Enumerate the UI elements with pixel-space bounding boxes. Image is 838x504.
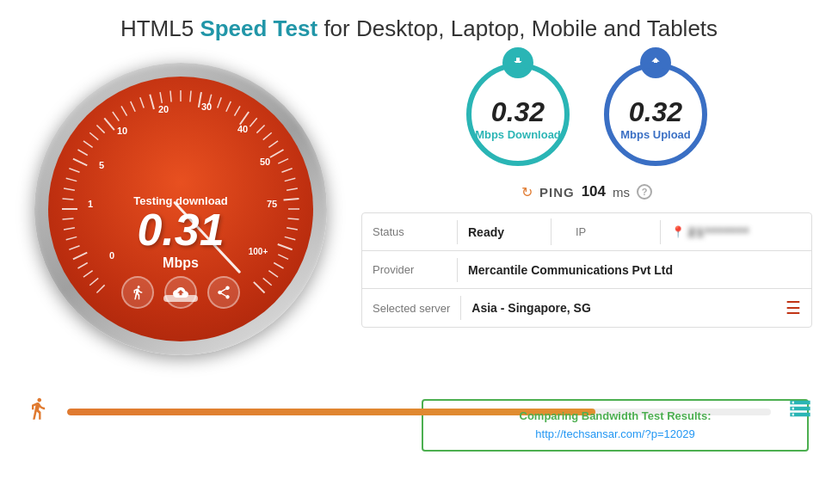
download-circle: 0.32 Mbps Download [466,63,570,166]
status-divider [457,220,458,244]
upload-label: Mbps Upload [620,128,691,141]
ip-address: 21******* [688,225,750,239]
download-label: Mbps Download [475,128,561,141]
svg-line-54 [254,282,265,293]
speedometer-icons [121,276,240,309]
server-value: Asia - Singapore, SG [471,301,786,315]
svg-text:100+: 100+ [249,247,268,256]
svg-text:10: 10 [117,126,127,136]
svg-line-38 [268,141,278,147]
speed-circles: 0.32 Mbps Download 0.32 Mbps Upload [361,63,812,166]
svg-line-16 [83,141,93,147]
server-divider [460,296,461,320]
svg-line-42 [285,178,296,181]
ip-value: 📍 21******* [671,225,750,239]
share-icon [216,285,231,300]
svg-line-8 [63,218,74,219]
svg-text:50: 50 [260,157,270,167]
svg-line-36 [256,125,264,132]
right-panel: 0.32 Mbps Download 0.32 Mbps Upload ↻ [361,54,812,328]
svg-line-31 [218,97,221,108]
svg-line-22 [131,101,135,112]
header-bold: Speed Test [200,15,317,41]
upload-cloud-icon [173,285,188,300]
provider-divider [457,258,458,282]
svg-text:20: 20 [158,104,169,114]
svg-line-0 [96,285,104,292]
ping-row: ↻ PING 104 ms ? [361,183,812,200]
speedometer-outer: // This won't run inside SVG, we'll do i… [34,63,327,355]
upload-value: 0.32 [629,96,682,128]
main-content: // This won't run inside SVG, we'll do i… [0,54,838,381]
download-value: 0.32 [491,96,545,128]
svg-line-41 [281,169,292,172]
svg-line-39 [270,150,284,157]
svg-line-14 [73,159,87,166]
speedometer-unit: Mbps [163,255,199,271]
server-menu-icon[interactable]: ☰ [786,298,801,318]
svg-line-33 [235,106,241,115]
upload-test-button[interactable] [164,276,197,309]
svg-line-12 [66,178,77,181]
svg-line-23 [140,97,144,108]
svg-line-21 [121,106,127,115]
svg-line-35 [250,118,256,126]
provider-row: Provider Mercantile Communications Pvt L… [362,251,811,289]
svg-line-10 [63,199,74,200]
ping-help-button[interactable]: ? [637,184,652,200]
svg-line-53 [263,278,272,285]
svg-line-49 [278,244,293,249]
svg-line-4 [73,253,87,260]
svg-line-13 [69,169,79,172]
svg-line-2 [83,271,93,277]
svg-line-26 [170,91,171,102]
provider-key: Provider [362,256,457,283]
run-icon [130,285,145,300]
svg-line-7 [64,228,75,230]
svg-line-18 [96,125,104,132]
ping-value: 104 [582,183,606,200]
svg-line-25 [160,92,162,103]
progress-bar-fill [67,409,595,415]
svg-line-43 [287,188,298,190]
ip-location-icon: 📍 [671,225,685,238]
svg-line-19 [104,118,114,130]
svg-line-46 [288,218,299,219]
status-value: Ready [468,225,533,239]
speedometer-inner: // This won't run inside SVG, we'll do i… [48,77,313,341]
svg-text:40: 40 [237,124,248,134]
comparing-link[interactable]: http://techsansar.com/?p=12029 [535,427,694,440]
svg-line-28 [190,91,191,102]
svg-line-51 [274,263,283,269]
svg-line-52 [268,271,278,277]
comparing-bandwidth-box: Comparing Bandwidth Test Results: http:/… [422,399,809,452]
header-suffix: for Desktop, Laptop, Mobile and Tablets [317,15,718,41]
run-test-button[interactable] [121,276,154,309]
svg-line-34 [240,112,249,125]
svg-line-6 [66,237,77,239]
status-key: Status [362,218,457,245]
ip-key: IP [565,218,660,245]
svg-line-48 [285,237,296,239]
ping-unit: ms [613,185,630,200]
download-ring: 0.32 Mbps Download [466,63,570,166]
info-table: Status Ready IP 📍 21******* Provider [361,212,812,328]
svg-line-24 [150,95,154,109]
svg-line-5 [69,246,79,249]
svg-line-3 [77,263,87,269]
share-button[interactable] [207,276,240,309]
upload-stack-icon [788,396,812,421]
svg-line-17 [89,132,98,139]
status-ip-row: Status Ready IP 📍 21******* [362,213,811,251]
page-header: HTML5 Speed Test for Desktop, Laptop, Mo… [0,0,838,54]
ip-section: IP 📍 21******* [551,218,750,245]
svg-text:5: 5 [99,160,104,170]
svg-line-1 [89,278,98,285]
ip-divider [660,220,661,244]
svg-line-47 [287,228,298,230]
svg-line-40 [278,159,288,163]
svg-line-32 [226,101,231,112]
svg-line-20 [113,112,119,121]
provider-value: Mercantile Communications Pvt Ltd [468,263,811,277]
run-person-icon [26,396,50,421]
